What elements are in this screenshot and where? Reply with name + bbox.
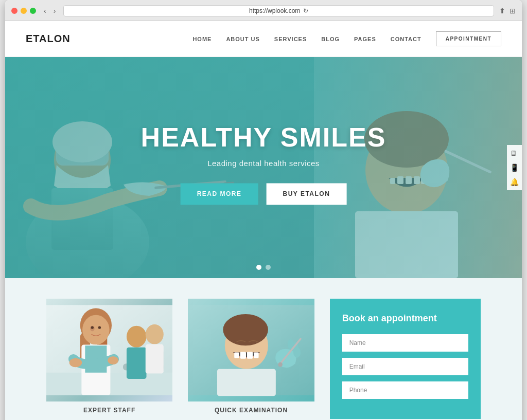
refresh-icon[interactable]: ↻ bbox=[303, 7, 308, 14]
traffic-lights bbox=[11, 8, 36, 14]
site-header: ETALON HOME ABOUT US SERVICES BLOG PAGES… bbox=[5, 21, 522, 57]
nav-about[interactable]: ABOUT US bbox=[226, 36, 259, 42]
maximize-light[interactable] bbox=[30, 8, 36, 14]
svg-rect-41 bbox=[240, 352, 246, 359]
svg-rect-43 bbox=[254, 352, 259, 358]
svg-rect-34 bbox=[127, 348, 147, 379]
minimize-light[interactable] bbox=[21, 8, 27, 14]
website: ETALON HOME ABOUT US SERVICES BLOG PAGES… bbox=[5, 21, 522, 420]
card2-svg bbox=[188, 299, 314, 401]
main-nav: HOME ABOUT US SERVICES BLOG PAGES CONTAC… bbox=[192, 31, 501, 46]
nav-pages[interactable]: PAGES bbox=[354, 36, 376, 42]
svg-point-32 bbox=[108, 356, 118, 364]
url-text: https://wplook.com bbox=[249, 7, 300, 14]
card-quick-exam-label: QUICK EXAMINATION bbox=[188, 401, 314, 419]
card-expert-staff-image bbox=[46, 299, 172, 401]
svg-point-31 bbox=[69, 358, 82, 368]
browser-chrome: ‹ › https://wplook.com ↻ ⬆ ⊞ bbox=[5, 0, 522, 21]
browser-window: ‹ › https://wplook.com ↻ ⬆ ⊞ ETALON HOME… bbox=[5, 0, 522, 420]
hero-buttons: READ MORE BUY ETALON bbox=[141, 183, 387, 205]
card-expert-staff-label: EXPERT STAFF bbox=[46, 401, 172, 419]
svg-point-25 bbox=[82, 315, 110, 345]
card-expert-staff: EXPERT STAFF bbox=[46, 299, 172, 419]
browser-nav-buttons: ‹ › bbox=[41, 6, 58, 16]
card1-svg bbox=[46, 299, 172, 401]
back-button[interactable]: ‹ bbox=[41, 6, 49, 16]
share-button[interactable]: ⬆ bbox=[499, 7, 505, 15]
new-tab-button[interactable]: ⊞ bbox=[510, 7, 516, 15]
card-quick-exam-image bbox=[188, 299, 314, 401]
svg-rect-36 bbox=[146, 344, 164, 374]
browser-actions: ⬆ ⊞ bbox=[499, 7, 516, 15]
svg-rect-44 bbox=[217, 369, 276, 396]
svg-point-28 bbox=[98, 326, 101, 329]
desktop-icon[interactable]: 🖥 bbox=[510, 149, 519, 157]
appointment-form bbox=[342, 334, 468, 399]
responsive-icons: 🖥 📱 🔔 bbox=[507, 145, 522, 190]
svg-point-27 bbox=[91, 326, 94, 329]
hero-content: HEALTHY SMILES Leading dental health ser… bbox=[141, 122, 387, 205]
forward-button[interactable]: › bbox=[51, 6, 59, 16]
hero-title: HEALTHY SMILES bbox=[141, 122, 387, 153]
phone-input[interactable] bbox=[342, 381, 468, 399]
hero-subtitle: Leading dental health services bbox=[141, 159, 387, 168]
nav-blog[interactable]: BLOG bbox=[321, 36, 340, 42]
svg-point-39 bbox=[223, 314, 269, 345]
svg-rect-40 bbox=[235, 352, 240, 358]
dot-2[interactable] bbox=[266, 265, 271, 270]
svg-point-35 bbox=[146, 324, 164, 344]
nav-home[interactable]: HOME bbox=[192, 36, 212, 42]
card-appointment: Book an appointment bbox=[330, 299, 481, 419]
svg-point-49 bbox=[278, 362, 283, 367]
read-more-button[interactable]: READ MORE bbox=[181, 183, 258, 205]
svg-rect-42 bbox=[247, 352, 253, 359]
cards-section: EXPERT STAFF bbox=[5, 278, 522, 420]
nav-services[interactable]: SERVICES bbox=[274, 36, 307, 42]
appointment-button[interactable]: APPOINTMENT bbox=[436, 31, 501, 46]
hero-section: HEALTHY SMILES Leading dental health ser… bbox=[5, 57, 522, 278]
mobile-icon[interactable]: 🔔 bbox=[510, 178, 519, 186]
appointment-title: Book an appointment bbox=[342, 313, 468, 324]
nav-contact[interactable]: CONTACT bbox=[391, 36, 421, 42]
tablet-icon[interactable]: 📱 bbox=[510, 163, 519, 172]
hero-dots bbox=[256, 265, 271, 270]
card-quick-exam: QUICK EXAMINATION bbox=[188, 299, 314, 419]
address-bar[interactable]: https://wplook.com ↻ bbox=[63, 5, 494, 16]
dot-1[interactable] bbox=[256, 265, 261, 270]
buy-etalon-button[interactable]: BUY ETALON bbox=[266, 183, 346, 205]
close-light[interactable] bbox=[11, 8, 17, 14]
email-input[interactable] bbox=[342, 358, 468, 375]
svg-point-33 bbox=[127, 326, 147, 348]
name-input[interactable] bbox=[342, 334, 468, 352]
site-logo[interactable]: ETALON bbox=[26, 33, 71, 45]
